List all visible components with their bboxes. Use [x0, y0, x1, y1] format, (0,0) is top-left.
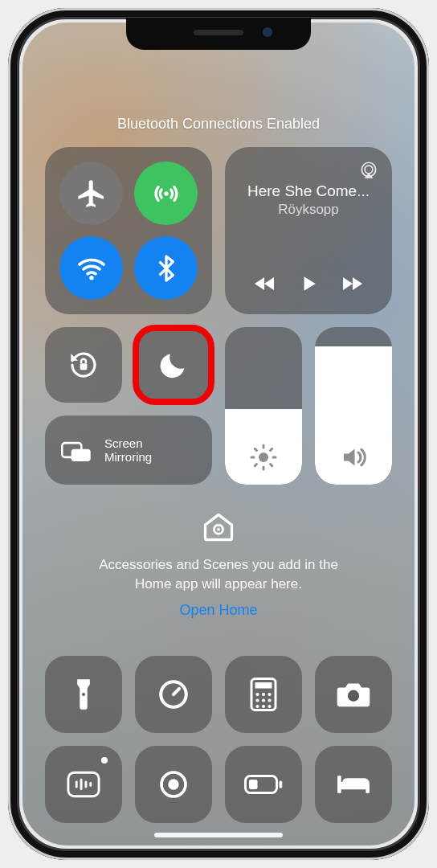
bluetooth-button[interactable]	[134, 236, 198, 300]
cellular-icon	[150, 178, 182, 210]
svg-point-0	[164, 191, 168, 195]
home-panel: Accessories and Scenes you add in the Ho…	[45, 509, 392, 619]
svg-point-1	[89, 276, 93, 280]
camera-icon	[336, 680, 371, 709]
svg-rect-29	[249, 780, 258, 789]
accessibility-shortcut-button[interactable]	[45, 746, 122, 823]
timer-icon	[157, 678, 190, 711]
svg-point-16	[268, 693, 271, 696]
svg-point-21	[262, 705, 265, 708]
calculator-icon	[250, 678, 277, 711]
svg-rect-13	[255, 682, 272, 689]
orientation-lock-button[interactable]	[45, 327, 122, 403]
svg-point-22	[268, 705, 271, 708]
svg-point-17	[255, 698, 259, 702]
svg-rect-24	[68, 772, 99, 796]
do-not-disturb-button[interactable]	[135, 327, 212, 403]
cellular-data-button[interactable]	[134, 162, 198, 225]
airplane-icon	[76, 178, 108, 210]
home-indicator[interactable]	[154, 833, 283, 837]
svg-point-3	[365, 166, 373, 174]
track-title: Here She Come...	[239, 182, 378, 200]
low-power-mode-button[interactable]	[225, 746, 302, 823]
flashlight-icon	[70, 677, 97, 712]
shortcuts-grid	[45, 656, 392, 823]
timer-button[interactable]	[135, 656, 212, 733]
brightness-slider[interactable]	[225, 327, 302, 485]
svg-point-20	[255, 705, 259, 708]
media-module[interactable]: Here She Come... Röyksopp	[225, 147, 392, 314]
svg-point-23	[348, 690, 359, 702]
voice-control-icon	[66, 769, 101, 800]
screen-mirroring-button[interactable]: Screen Mirroring	[45, 416, 212, 485]
volume-slider[interactable]	[315, 327, 392, 485]
camera-button[interactable]	[315, 656, 392, 733]
svg-point-26	[168, 779, 178, 789]
svg-point-5	[259, 452, 268, 462]
screen-mirroring-icon	[61, 437, 92, 463]
sun-icon	[249, 443, 278, 472]
svg-point-19	[268, 698, 271, 702]
svg-point-15	[262, 693, 265, 696]
home-text-line2: Home app will appear here.	[45, 575, 392, 594]
calculator-button[interactable]	[225, 656, 302, 733]
rotation-lock-icon	[67, 348, 100, 382]
home-icon	[201, 509, 236, 544]
svg-point-10	[82, 693, 85, 696]
svg-point-18	[262, 698, 265, 702]
airplane-mode-button[interactable]	[59, 162, 123, 225]
svg-point-9	[217, 528, 220, 531]
badge-dot	[101, 757, 108, 764]
screen-record-button[interactable]	[135, 746, 212, 823]
previous-button[interactable]	[253, 275, 277, 293]
record-icon	[157, 768, 190, 800]
connectivity-module	[45, 147, 212, 314]
track-artist: Röyksopp	[239, 202, 378, 218]
wifi-icon	[76, 252, 108, 285]
screen-mirroring-label: Screen Mirroring	[104, 436, 152, 464]
battery-icon	[244, 774, 283, 795]
sleep-button[interactable]	[315, 746, 392, 823]
moon-icon	[157, 349, 190, 381]
bluetooth-icon	[150, 252, 182, 285]
svg-rect-28	[280, 781, 283, 788]
open-home-link[interactable]: Open Home	[179, 602, 257, 619]
speaker-icon	[339, 443, 368, 472]
svg-rect-4	[80, 363, 88, 370]
next-button[interactable]	[340, 275, 364, 293]
status-banner: Bluetooth Connections Enabled	[45, 116, 392, 133]
play-button[interactable]	[298, 272, 319, 295]
flashlight-button[interactable]	[45, 656, 122, 733]
svg-point-14	[255, 693, 259, 696]
home-text-line1: Accessories and Scenes you add in the	[45, 555, 392, 575]
svg-rect-7	[71, 449, 91, 461]
bed-icon	[335, 772, 372, 797]
wifi-button[interactable]	[59, 236, 123, 300]
airplay-icon	[358, 160, 379, 181]
